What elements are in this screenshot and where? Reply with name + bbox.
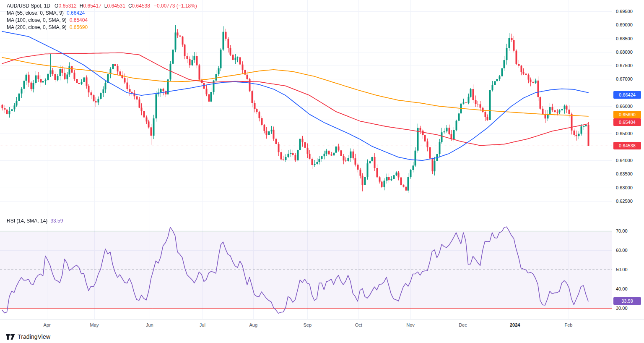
price-tick: 0.68000 — [616, 50, 633, 55]
price-tick: 0.69000 — [616, 22, 633, 27]
price-tick: 0.67000 — [616, 76, 633, 81]
low-value: L0.64531 — [104, 3, 125, 9]
ma100-legend-row: MA (100, close, 0, SMA, 9) 0.65404 — [7, 17, 197, 23]
symbol-title[interactable]: AUD/USD Spot, 1D — [7, 3, 50, 9]
ma100-price-label: 0.65404 — [613, 118, 641, 126]
ma55-label[interactable]: MA (55, close, 0, SMA, 9) — [7, 10, 64, 16]
price-tick: 0.64000 — [616, 158, 633, 163]
price-tick: 0.69500 — [616, 9, 633, 14]
time-tick-sep: Sep — [303, 322, 312, 327]
rsi-tick: 50.00 — [616, 267, 628, 272]
price-tick: 0.66000 — [616, 104, 633, 109]
time-tick-2024: 2024 — [510, 322, 520, 327]
ma55-legend-row: MA (55, close, 0, SMA, 9) 0.66424 — [7, 10, 197, 16]
symbol-legend: AUD/USD Spot, 1D O0.65312 H0.65417 L0.64… — [7, 3, 197, 31]
rsi-legend-row: RSI (14, SMA, 14) 33.59 — [7, 218, 63, 224]
tradingview-logo-text: TradingView — [18, 333, 50, 340]
ma100-label[interactable]: MA (100, close, 0, SMA, 9) — [7, 17, 67, 23]
ma55-price-label: 0.66424 — [613, 91, 641, 99]
chart-canvas[interactable] — [0, 0, 612, 331]
time-tick-dec: Dec — [459, 322, 467, 327]
time-tick-may: May — [90, 322, 99, 327]
symbol-title-row: AUD/USD Spot, 1D O0.65312 H0.65417 L0.64… — [7, 3, 197, 9]
rsi-tick: 30.00 — [616, 306, 628, 311]
ma55-value: 0.66424 — [67, 10, 85, 16]
price-tick: 0.68500 — [616, 36, 633, 41]
time-tick-oct: Oct — [355, 322, 362, 327]
time-tick-jul: Jul — [200, 322, 205, 327]
ma200-label[interactable]: MA (200, close, 0, SMA, 9) — [7, 24, 67, 30]
time-tick-feb: Feb — [565, 322, 573, 327]
rsi-tick: 40.00 — [616, 286, 628, 291]
ma200-value: 0.65690 — [70, 24, 88, 30]
time-tick-aug: Aug — [249, 322, 258, 327]
tradingview-chart: AUD/USD Spot, 1D O0.65312 H0.65417 L0.64… — [0, 0, 644, 343]
open-value: O0.65312 — [55, 3, 77, 9]
rsi-value-label: 33.59 — [613, 297, 641, 305]
ma100-value: 0.65404 — [70, 17, 88, 23]
price-tick: 0.63000 — [616, 185, 633, 190]
change-value: −0.00773 (−1.18%) — [154, 3, 197, 9]
time-tick-apr: Apr — [44, 322, 51, 327]
tradingview-watermark[interactable]: TradingView — [6, 333, 50, 340]
rsi-value: 33.59 — [50, 218, 63, 224]
rsi-tick: 60.00 — [616, 248, 628, 253]
time-axis[interactable]: AprMayJunJulAugSepOctNovDec2024Feb — [0, 319, 644, 331]
last-price-label: 0.64538 — [613, 142, 641, 149]
price-tick: 0.62500 — [616, 199, 633, 204]
tradingview-logo-icon — [6, 334, 15, 340]
price-tick: 0.65000 — [616, 131, 633, 136]
ma200-price-label: 0.65690 — [613, 111, 641, 118]
price-tick: 0.63500 — [616, 171, 633, 176]
high-value: H0.65417 — [80, 3, 101, 9]
time-tick-nov: Nov — [406, 322, 415, 327]
rsi-legend: RSI (14, SMA, 14) 33.59 — [7, 218, 63, 225]
price-tick: 0.67500 — [616, 63, 633, 68]
close-value: C0.64538 — [128, 3, 150, 9]
time-tick-jun: Jun — [146, 322, 153, 327]
rsi-label[interactable]: RSI (14, SMA, 14) — [7, 218, 47, 224]
rsi-tick: 70.00 — [616, 228, 628, 233]
ma200-legend-row: MA (200, close, 0, SMA, 9) 0.65690 — [7, 24, 197, 30]
price-axis[interactable]: 0.695000.690000.685000.680000.675000.670… — [612, 0, 644, 319]
